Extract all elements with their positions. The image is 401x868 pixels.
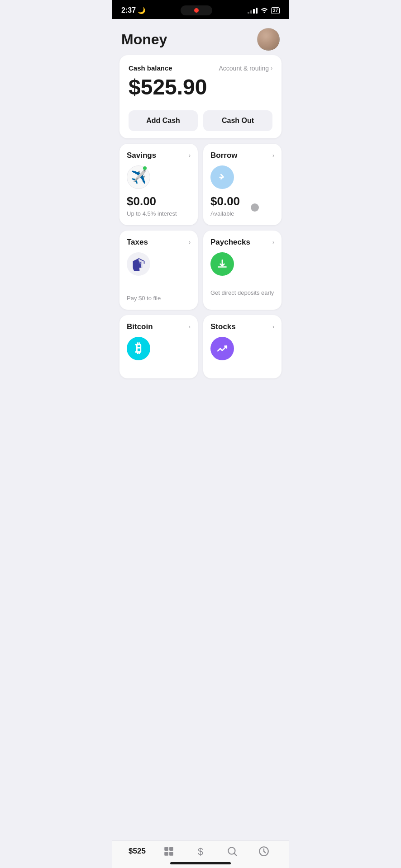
stocks-card[interactable]: Stocks › xyxy=(203,315,282,378)
account-routing-link[interactable]: Account & routing › xyxy=(219,65,272,72)
borrow-header: Borrow › xyxy=(210,151,274,160)
paychecks-header: Paychecks › xyxy=(210,238,274,247)
battery-icon: 37 xyxy=(271,7,280,14)
savings-icon: ✈️ xyxy=(127,165,150,189)
savings-icon-wrap: ✈️ xyxy=(127,165,150,189)
wifi-icon xyxy=(260,7,268,14)
cursor-indicator xyxy=(251,203,259,212)
borrow-title: Borrow xyxy=(210,151,238,160)
paychecks-title: Paychecks xyxy=(210,238,250,247)
savings-title: Savings xyxy=(127,151,156,160)
signal-icon xyxy=(248,8,258,14)
stocks-title: Stocks xyxy=(210,322,236,331)
main-content: Cash balance Account & routing › $525.90… xyxy=(112,55,289,424)
status-time: 2:37 xyxy=(121,6,136,14)
borrow-icon xyxy=(210,165,234,189)
chevron-right-icon: › xyxy=(271,65,272,71)
action-buttons: Add Cash Cash Out xyxy=(129,110,272,131)
borrow-chevron-icon: › xyxy=(272,152,274,159)
savings-chevron-icon: › xyxy=(189,152,191,159)
status-right: 37 xyxy=(248,7,280,14)
bitcoin-stocks-row: Bitcoin › ₿ Stocks › xyxy=(119,315,282,378)
taxes-subtitle: Pay $0 to file xyxy=(127,295,191,302)
savings-card[interactable]: Savings › ✈️ $0.00 Up to 4.5% interest xyxy=(119,144,198,225)
borrow-card[interactable]: Borrow › $0.00 Available xyxy=(203,144,282,225)
stocks-icon xyxy=(210,337,234,360)
status-left: 2:37 🌙 xyxy=(121,6,145,14)
taxes-chevron-icon: › xyxy=(189,239,191,245)
paychecks-chevron-icon: › xyxy=(272,239,274,245)
paychecks-subtitle: Get direct deposits early xyxy=(210,289,274,297)
taxes-icon: 🏛 xyxy=(127,252,150,276)
paychecks-card[interactable]: Paychecks › Get direct deposits early xyxy=(203,231,282,310)
stocks-chevron-icon: › xyxy=(272,324,274,330)
savings-subtitle: Up to 4.5% interest xyxy=(127,210,191,218)
taxes-header: Taxes › xyxy=(127,238,191,247)
avatar[interactable] xyxy=(257,28,280,51)
cash-balance-amount: $525.90 xyxy=(129,75,272,99)
paychecks-icon xyxy=(210,252,234,276)
cash-out-button[interactable]: Cash Out xyxy=(203,110,272,131)
page-title: Money xyxy=(121,31,167,48)
taxes-card[interactable]: Taxes › 🏛 Pay $0 to file xyxy=(119,231,198,310)
moon-icon: 🌙 xyxy=(138,7,145,14)
borrow-amount: $0.00 xyxy=(210,194,274,208)
savings-active-dot xyxy=(143,166,147,170)
bitcoin-title: Bitcoin xyxy=(127,322,153,331)
svg-text:🏛: 🏛 xyxy=(134,260,143,269)
card-header: Cash balance Account & routing › xyxy=(129,64,272,72)
cash-balance-card: Cash balance Account & routing › $525.90… xyxy=(119,55,282,138)
cash-balance-label: Cash balance xyxy=(129,64,172,72)
savings-header: Savings › xyxy=(127,151,191,160)
bitcoin-icon: ₿ xyxy=(127,337,150,360)
borrow-subtitle: Available xyxy=(210,210,274,218)
savings-borrow-row: Savings › ✈️ $0.00 Up to 4.5% interest B… xyxy=(119,144,282,225)
bitcoin-card[interactable]: Bitcoin › ₿ xyxy=(119,315,198,378)
savings-amount: $0.00 xyxy=(127,194,191,208)
page-header: Money xyxy=(112,19,289,55)
taxes-paychecks-row: Taxes › 🏛 Pay $0 to file Paychecks xyxy=(119,231,282,310)
bitcoin-chevron-icon: › xyxy=(189,324,191,330)
add-cash-button[interactable]: Add Cash xyxy=(129,110,198,131)
status-bar: 2:37 🌙 37 xyxy=(112,0,289,19)
stocks-header: Stocks › xyxy=(210,322,274,331)
bitcoin-header: Bitcoin › xyxy=(127,322,191,331)
avatar-image xyxy=(257,28,280,51)
dynamic-island xyxy=(181,5,212,15)
taxes-title: Taxes xyxy=(127,238,148,247)
record-indicator xyxy=(194,8,199,13)
